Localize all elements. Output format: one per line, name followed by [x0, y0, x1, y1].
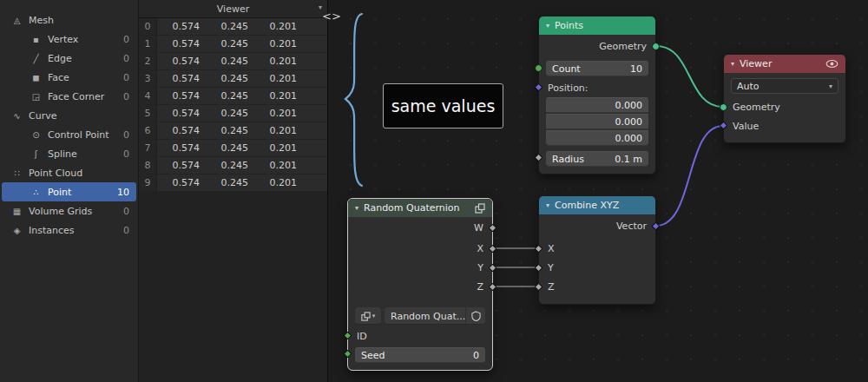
- cell-z: 0.201: [254, 122, 303, 139]
- tree-item-count: 0: [123, 206, 129, 217]
- column-header-viewer[interactable]: Viewer ▾: [139, 0, 327, 18]
- node-points-header[interactable]: ▾ Points: [539, 16, 655, 35]
- tree-item-count: 0: [123, 225, 129, 236]
- rq-output-z: Z: [348, 278, 492, 297]
- tree-item-label: Volume Grids: [29, 206, 92, 217]
- combine-input-x: X: [539, 240, 655, 259]
- cell-x: 0.574: [157, 18, 206, 35]
- row-index: 5: [139, 105, 157, 122]
- cell-z: 0.201: [254, 53, 303, 69]
- tree-item-volume-grids[interactable]: ▦ Volume Grids 0: [2, 201, 136, 221]
- viewer-input-value: Value: [724, 118, 845, 135]
- cell-y: 0.245: [206, 53, 254, 69]
- node-random-quaternion[interactable]: ▾ Random Quaternion W X Y Z ▾ Random Qua…: [347, 198, 493, 371]
- viewer-mode-dropdown[interactable]: Auto ▾: [731, 78, 838, 94]
- tree-item-count: 0: [123, 34, 129, 45]
- socket-points-count-input[interactable]: [535, 64, 542, 72]
- row-index: 3: [139, 70, 157, 87]
- point-icon: ∴: [30, 188, 43, 197]
- cell-x: 0.574: [157, 140, 206, 156]
- collapse-chevron-icon[interactable]: ▾: [355, 204, 358, 212]
- table-row-2: 2 0.574 0.245 0.201: [139, 53, 327, 70]
- row-index: 9: [139, 175, 157, 191]
- datablock-name-button[interactable]: Random Quat...: [385, 307, 465, 325]
- node-combine-xyz[interactable]: ▾ Combine XYZ Vector X Y Z: [538, 195, 656, 305]
- edge-icon: ╱: [30, 54, 43, 63]
- table-row-9: 9 0.574 0.245 0.201: [139, 175, 327, 192]
- tree-item-point-cloud[interactable]: ∷ Point Cloud: [2, 163, 136, 182]
- curve-icon: ∿: [10, 111, 23, 121]
- node-title: Combine XYZ: [555, 200, 648, 211]
- row-index: 2: [139, 53, 157, 69]
- tree-item-face[interactable]: ◼ Face 0: [2, 68, 136, 87]
- cell-z: 0.201: [254, 36, 303, 52]
- node-random-quaternion-header[interactable]: ▾ Random Quaternion: [348, 199, 492, 217]
- collapse-chevron-icon[interactable]: ▾: [731, 60, 734, 68]
- row-index: 4: [139, 88, 157, 104]
- cell-x: 0.574: [157, 88, 206, 104]
- rq-seed-field[interactable]: Seed 0: [355, 347, 485, 363]
- fake-user-shield-icon[interactable]: [466, 307, 485, 325]
- control-point-icon: ⊙: [30, 130, 43, 140]
- collapse-chevron-icon[interactable]: ▾: [546, 22, 549, 30]
- row-index: 0: [139, 18, 157, 35]
- socket-viewer-geometry-input[interactable]: [720, 103, 727, 111]
- tree-item-instances[interactable]: ◈ Instances 0: [2, 221, 136, 240]
- node-points[interactable]: ▾ Points Geometry Count 10 Position: 0.0…: [538, 16, 656, 175]
- annotation-label: same values: [383, 83, 503, 128]
- combine-output-vector: Vector: [539, 218, 655, 235]
- tree-item-label: Instances: [29, 225, 75, 236]
- combine-input-z: Z: [539, 278, 655, 297]
- dropdown-value: Auto: [737, 81, 760, 92]
- tree-item-label: Point: [48, 187, 71, 198]
- tree-item-control-point[interactable]: ⊙ Control Point 0: [2, 125, 136, 144]
- panel-toggle-icon[interactable]: <>: [322, 10, 341, 23]
- tree-item-face-corner[interactable]: ◲ Face Corner 0: [2, 87, 136, 106]
- tree-item-mesh[interactable]: ◬ Mesh: [2, 10, 136, 30]
- tree-item-point[interactable]: ∴ Point 10: [2, 182, 136, 201]
- cell-y: 0.245: [206, 140, 254, 156]
- collapse-chevron-icon[interactable]: ▾: [546, 201, 549, 209]
- eye-icon[interactable]: [825, 59, 838, 69]
- tree-item-label: Control Point: [48, 129, 109, 141]
- cell-x: 0.574: [157, 157, 206, 174]
- cell-z: 0.201: [254, 175, 303, 191]
- tree-item-label: Vertex: [48, 34, 78, 45]
- row-index: 1: [139, 36, 157, 52]
- cell-z: 0.201: [254, 105, 303, 122]
- vertex-icon: ▪: [30, 35, 43, 44]
- spreadsheet-table: Viewer ▾ 0 0.574 0.245 0.201 1 0.57: [139, 0, 327, 382]
- node-viewer[interactable]: ▾ Viewer Auto ▾ Geometry Value: [723, 54, 846, 143]
- socket-points-geometry-output[interactable]: [652, 43, 660, 50]
- node-title: Viewer: [740, 58, 820, 69]
- tree-item-spline[interactable]: ʃ Spline 0: [2, 144, 136, 163]
- tree-item-label: Spline: [48, 148, 77, 160]
- table-row-7: 7 0.574 0.245 0.201: [139, 140, 327, 157]
- node-viewer-header[interactable]: ▾ Viewer: [724, 55, 845, 73]
- node-title: Random Quaternion: [364, 202, 470, 214]
- position-y-field[interactable]: 0.000: [546, 114, 648, 129]
- cell-x: 0.574: [157, 53, 206, 69]
- cell-y: 0.245: [206, 18, 254, 35]
- tree-item-edge[interactable]: ╱ Edge 0: [2, 49, 136, 68]
- cell-z: 0.201: [254, 88, 303, 104]
- tree-item-label: Face: [48, 72, 69, 83]
- tree-item-count: 0: [123, 72, 129, 83]
- points-position-label: Position:: [539, 80, 655, 97]
- node-combine-xyz-header[interactable]: ▾ Combine XYZ: [539, 196, 655, 214]
- cell-x: 0.574: [157, 70, 206, 87]
- row-index: 6: [139, 122, 157, 139]
- points-count-field[interactable]: Count 10: [546, 61, 648, 76]
- tree-item-curve[interactable]: ∿ Curve: [2, 106, 136, 125]
- tree-item-vertex[interactable]: ▪ Vertex 0: [2, 30, 136, 49]
- points-radius-field[interactable]: Radius 0.1 m: [546, 151, 648, 167]
- table-row-8: 8 0.574 0.245 0.201: [139, 157, 327, 175]
- cell-z: 0.201: [254, 18, 303, 35]
- position-x-field[interactable]: 0.000: [546, 97, 648, 113]
- cell-x: 0.574: [157, 122, 206, 139]
- volume-grids-icon: ▦: [10, 207, 23, 216]
- table-row-1: 1 0.574 0.245 0.201: [139, 36, 327, 53]
- position-z-field[interactable]: 0.000: [546, 130, 648, 146]
- datablock-selector-button[interactable]: ▾: [355, 307, 381, 325]
- count-label: Count: [552, 63, 581, 75]
